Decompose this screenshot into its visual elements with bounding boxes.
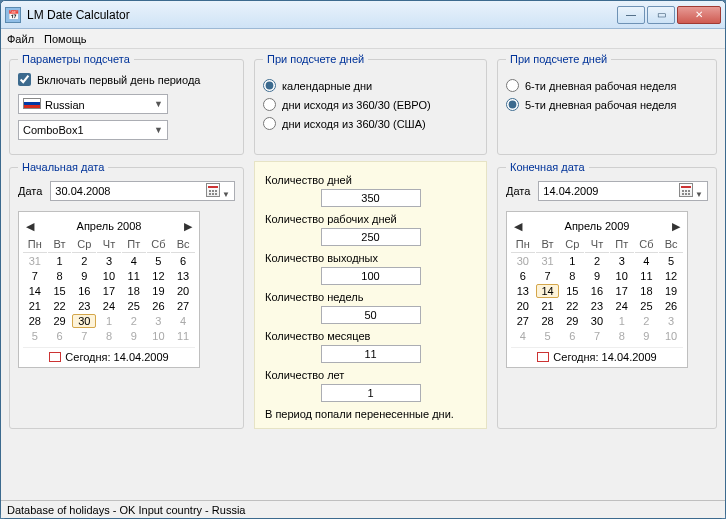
next-month-button[interactable]: ▶: [669, 220, 683, 233]
calendar-day[interactable]: 9: [72, 269, 96, 283]
end-cal-title[interactable]: Апрель 2009: [565, 220, 630, 232]
calendar-day[interactable]: 30: [72, 314, 96, 328]
end-date-input[interactable]: 14.04.2009 ▼: [538, 181, 708, 201]
titlebar[interactable]: 📅 LM Date Calculator — ▭ ✕: [1, 1, 725, 29]
start-date-input[interactable]: 30.04.2008 ▼: [50, 181, 235, 201]
calendar-day[interactable]: 29: [48, 314, 72, 328]
calendar-day[interactable]: 31: [23, 254, 47, 268]
calendar-day[interactable]: 14: [536, 284, 560, 298]
calendar-day[interactable]: 14: [23, 284, 47, 298]
radio-360-euro[interactable]: дни исходя из 360/30 (ЕВРО): [263, 98, 478, 111]
weeks-input[interactable]: [321, 306, 421, 324]
calendar-day[interactable]: 6: [511, 269, 535, 283]
calendar-day[interactable]: 26: [659, 299, 683, 313]
menu-help[interactable]: Помощь: [44, 33, 87, 45]
radio-6day[interactable]: 6-ти дневная рабочая неделя: [506, 79, 708, 92]
calendar-day[interactable]: 28: [23, 314, 47, 328]
calendar-day[interactable]: 13: [511, 284, 535, 298]
calendar-day[interactable]: 10: [147, 329, 171, 343]
minimize-button[interactable]: —: [617, 6, 645, 24]
calendar-day[interactable]: 22: [48, 299, 72, 313]
calendar-day[interactable]: 11: [122, 269, 146, 283]
calendar-day[interactable]: 11: [635, 269, 659, 283]
start-today-link[interactable]: Сегодня: 14.04.2009: [23, 347, 195, 363]
language-combo[interactable]: Russian ▼: [18, 94, 168, 114]
calendar-day[interactable]: 30: [585, 314, 609, 328]
workdays-input[interactable]: [321, 228, 421, 246]
calendar-day[interactable]: 17: [97, 284, 121, 298]
calendar-day[interactable]: 15: [48, 284, 72, 298]
calendar-day[interactable]: 8: [48, 269, 72, 283]
calendar-day[interactable]: 10: [97, 269, 121, 283]
calendar-day[interactable]: 25: [635, 299, 659, 313]
include-first-input[interactable]: [18, 73, 31, 86]
combobox1[interactable]: ComboBox1 ▼: [18, 120, 168, 140]
calendar-day[interactable]: 19: [147, 284, 171, 298]
calendar-day[interactable]: 11: [171, 329, 195, 343]
calendar-day[interactable]: 2: [122, 314, 146, 328]
calendar-day[interactable]: 23: [72, 299, 96, 313]
calendar-day[interactable]: 4: [122, 254, 146, 268]
calendar-day[interactable]: 10: [610, 269, 634, 283]
calendar-day[interactable]: 3: [610, 254, 634, 268]
calendar-day[interactable]: 9: [122, 329, 146, 343]
calendar-day[interactable]: 5: [147, 254, 171, 268]
radio-calendar[interactable]: календарные дни: [263, 79, 478, 92]
calendar-day[interactable]: 4: [635, 254, 659, 268]
calendar-day[interactable]: 2: [72, 254, 96, 268]
calendar-day[interactable]: 8: [610, 329, 634, 343]
calendar-day[interactable]: 28: [536, 314, 560, 328]
calendar-day[interactable]: 15: [560, 284, 584, 298]
calendar-day[interactable]: 24: [610, 299, 634, 313]
months-input[interactable]: [321, 345, 421, 363]
calendar-day[interactable]: 30: [511, 254, 535, 268]
calendar-day[interactable]: 26: [147, 299, 171, 313]
calendar-day[interactable]: 16: [72, 284, 96, 298]
calendar-day[interactable]: 10: [659, 329, 683, 343]
calendar-day[interactable]: 4: [511, 329, 535, 343]
calendar-day[interactable]: 5: [23, 329, 47, 343]
calendar-day[interactable]: 8: [97, 329, 121, 343]
calendar-day[interactable]: 19: [659, 284, 683, 298]
calendar-day[interactable]: 6: [560, 329, 584, 343]
maximize-button[interactable]: ▭: [647, 6, 675, 24]
calendar-day[interactable]: 7: [23, 269, 47, 283]
calendar-day[interactable]: 12: [659, 269, 683, 283]
calendar-day[interactable]: 22: [560, 299, 584, 313]
calendar-day[interactable]: 9: [585, 269, 609, 283]
calendar-day[interactable]: 31: [536, 254, 560, 268]
calendar-day[interactable]: 6: [171, 254, 195, 268]
menu-file[interactable]: Файл: [7, 33, 34, 45]
calendar-day[interactable]: 7: [585, 329, 609, 343]
calendar-day[interactable]: 1: [610, 314, 634, 328]
start-calendar[interactable]: ◀ Апрель 2008 ▶ ПнВтСрЧтПтСбВс3112345678…: [18, 211, 200, 368]
calendar-day[interactable]: 18: [122, 284, 146, 298]
start-cal-title[interactable]: Апрель 2008: [77, 220, 142, 232]
radio-5day[interactable]: 5-ти дневная рабочая неделя: [506, 98, 708, 111]
calendar-day[interactable]: 4: [171, 314, 195, 328]
calendar-day[interactable]: 13: [171, 269, 195, 283]
calendar-day[interactable]: 1: [48, 254, 72, 268]
calendar-day[interactable]: 1: [97, 314, 121, 328]
calendar-day[interactable]: 3: [147, 314, 171, 328]
calendar-day[interactable]: 23: [585, 299, 609, 313]
calendar-day[interactable]: 21: [536, 299, 560, 313]
days-input[interactable]: [321, 189, 421, 207]
calendar-day[interactable]: 1: [560, 254, 584, 268]
calendar-day[interactable]: 27: [171, 299, 195, 313]
calendar-day[interactable]: 17: [610, 284, 634, 298]
years-input[interactable]: [321, 384, 421, 402]
calendar-day[interactable]: 12: [147, 269, 171, 283]
radio-360-usa[interactable]: дни исходя из 360/30 (США): [263, 117, 478, 130]
close-button[interactable]: ✕: [677, 6, 721, 24]
calendar-day[interactable]: 9: [635, 329, 659, 343]
calendar-day[interactable]: 18: [635, 284, 659, 298]
prev-month-button[interactable]: ◀: [511, 220, 525, 233]
calendar-day[interactable]: 2: [585, 254, 609, 268]
calendar-day[interactable]: 24: [97, 299, 121, 313]
calendar-day[interactable]: 5: [536, 329, 560, 343]
end-today-link[interactable]: Сегодня: 14.04.2009: [511, 347, 683, 363]
calendar-day[interactable]: 21: [23, 299, 47, 313]
calendar-day[interactable]: 3: [97, 254, 121, 268]
calendar-day[interactable]: 6: [48, 329, 72, 343]
